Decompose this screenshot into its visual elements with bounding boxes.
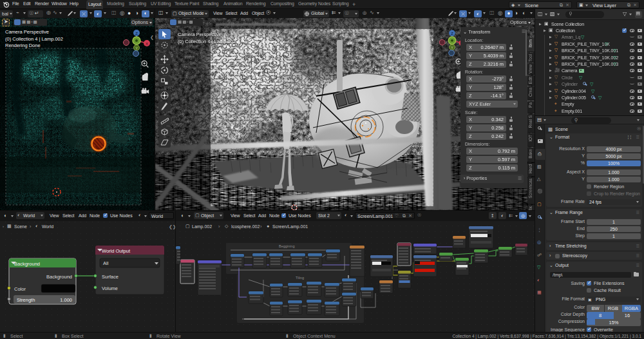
svg-text:World Output: World Output (102, 248, 131, 254)
svg-text:Beggining: Beggining (279, 244, 294, 248)
svg-text:Strength: Strength (17, 297, 35, 303)
svg-text:1.000: 1.000 (60, 297, 72, 303)
svg-text:Background: Background (14, 261, 40, 267)
svg-text:Z: Z (135, 32, 138, 35)
svg-text:X: X (146, 42, 148, 46)
svg-text:All: All (103, 260, 109, 266)
svg-text:Y: Y (451, 46, 453, 50)
svg-text:Volume: Volume (102, 286, 118, 291)
svg-text:Z: Z (451, 32, 453, 35)
svg-text:Y: Y (135, 46, 138, 50)
svg-text:Background: Background (46, 274, 72, 280)
svg-text:Tiling: Tiling (296, 276, 304, 280)
svg-text:Color: Color (14, 286, 26, 292)
svg-text:Surface: Surface (102, 274, 118, 280)
